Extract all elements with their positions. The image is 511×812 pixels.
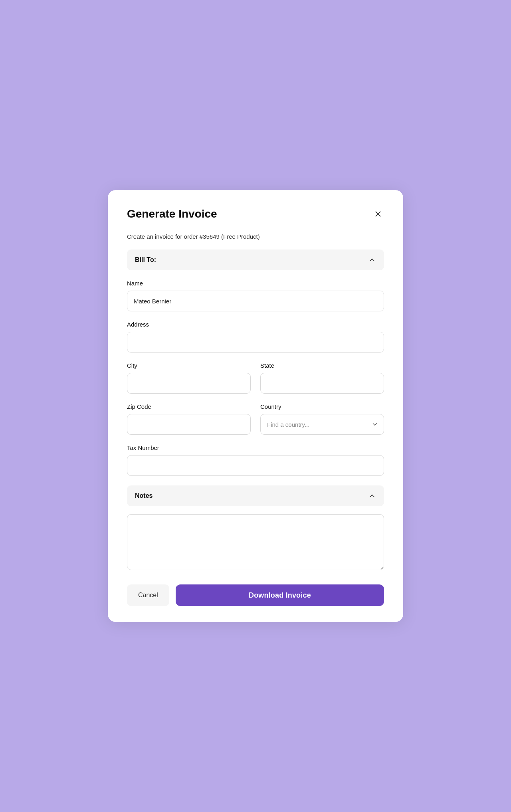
address-label: Address xyxy=(127,321,384,328)
city-label: City xyxy=(127,362,251,369)
download-invoice-button[interactable]: Download Invoice xyxy=(176,584,384,606)
country-label: Country xyxy=(260,403,384,410)
modal-subtitle: Create an invoice for order #35649 (Free… xyxy=(127,233,384,240)
bill-to-label: Bill To: xyxy=(135,256,156,263)
name-label: Name xyxy=(127,280,384,287)
modal-header: Generate Invoice xyxy=(127,208,384,220)
country-select-wrapper: Find a country... xyxy=(260,414,384,435)
zip-country-row: Zip Code Country Find a country... xyxy=(127,403,384,444)
notes-section-header[interactable]: Notes xyxy=(127,485,384,506)
notes-chevron-icon xyxy=(368,492,376,500)
tax-input[interactable] xyxy=(127,455,384,476)
address-input[interactable] xyxy=(127,332,384,353)
bill-to-section-header[interactable]: Bill To: xyxy=(127,250,384,270)
notes-textarea[interactable] xyxy=(127,514,384,570)
notes-textarea-group xyxy=(127,514,384,572)
modal-dialog: Generate Invoice Create an invoice for o… xyxy=(108,190,403,622)
country-group: Country Find a country... xyxy=(260,403,384,435)
close-button[interactable] xyxy=(372,208,384,220)
zip-group: Zip Code xyxy=(127,403,251,435)
address-group: Address xyxy=(127,321,384,353)
modal-footer: Cancel Download Invoice xyxy=(127,584,384,606)
name-input[interactable] xyxy=(127,291,384,311)
close-icon xyxy=(374,210,382,218)
bill-to-chevron-icon xyxy=(368,256,376,264)
zip-label: Zip Code xyxy=(127,403,251,410)
country-select[interactable]: Find a country... xyxy=(260,414,384,435)
zip-input[interactable] xyxy=(127,414,251,435)
city-input[interactable] xyxy=(127,373,251,394)
tax-group: Tax Number xyxy=(127,444,384,476)
state-group: State xyxy=(260,362,384,394)
notes-label: Notes xyxy=(135,492,153,499)
city-group: City xyxy=(127,362,251,394)
modal-title: Generate Invoice xyxy=(127,208,217,220)
tax-label: Tax Number xyxy=(127,444,384,451)
state-label: State xyxy=(260,362,384,369)
name-group: Name xyxy=(127,280,384,311)
modal-overlay: Generate Invoice Create an invoice for o… xyxy=(0,0,511,812)
cancel-button[interactable]: Cancel xyxy=(127,584,169,606)
state-input[interactable] xyxy=(260,373,384,394)
city-state-row: City State xyxy=(127,362,384,403)
